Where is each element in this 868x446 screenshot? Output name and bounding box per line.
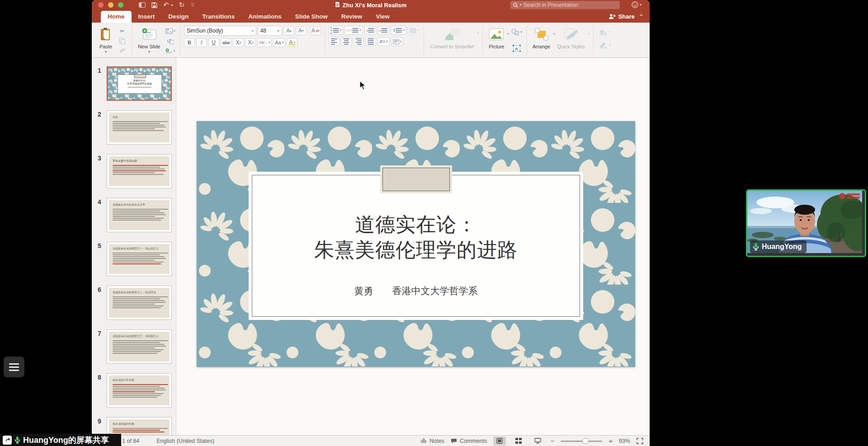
- notes-toggle[interactable]: Notes: [420, 438, 444, 444]
- shapes-icon[interactable]: ▾: [511, 28, 523, 36]
- columns-button[interactable]: ▾: [408, 26, 420, 35]
- justify-button[interactable]: [365, 37, 376, 46]
- slide-thumbnail-panel[interactable]: 1道德实在论:朱熹美德伦理学的进路2目录3事实命题与道德命题4道德实在论与反实在…: [92, 58, 176, 435]
- smartart-icon: [444, 27, 460, 42]
- mouse-cursor: [359, 80, 367, 90]
- bold-button[interactable]: B: [184, 38, 195, 47]
- arrange-icon: [535, 27, 548, 42]
- arrange-button[interactable]: Arrange: [530, 26, 552, 50]
- clear-formatting-button[interactable]: A: [310, 26, 321, 35]
- tab-home[interactable]: Home: [101, 11, 132, 23]
- slide-title-text[interactable]: 道德实在论： 朱熹美德伦理学的进路: [249, 212, 583, 263]
- line-spacing-button[interactable]: ⇕▾: [391, 26, 406, 35]
- slide-subtitle-text[interactable]: 黄勇 香港中文大学哲学系: [249, 285, 583, 297]
- quick-styles-button[interactable]: Quick Styles: [555, 26, 587, 50]
- font-name-select[interactable]: SimSun (Body)▾: [184, 26, 256, 36]
- slide-layout-icon[interactable]: ▾: [165, 27, 176, 35]
- new-slide-button[interactable]: New Slide ▾: [136, 26, 163, 56]
- increase-font-size-button[interactable]: A▴: [283, 26, 294, 35]
- thumbnail-preview[interactable]: 事实命题与道德命题: [107, 154, 172, 188]
- character-spacing-button[interactable]: AV↔▾: [257, 38, 272, 47]
- picture-button[interactable]: Picture: [486, 26, 506, 50]
- slide-thumbnail-2[interactable]: 2目录: [92, 110, 176, 145]
- tab-view[interactable]: View: [369, 11, 396, 23]
- tab-insert[interactable]: Insert: [132, 11, 162, 23]
- bullets-button[interactable]: ▾: [329, 26, 344, 35]
- zoom-annotation-button[interactable]: [4, 357, 24, 377]
- slide-thumbnail-7[interactable]: 7道德反实在论的类型之三：非客观主义: [92, 329, 176, 364]
- slide-canvas[interactable]: 道德实在论： 朱熹美德伦理学的进路 黄勇 香港中文大学哲学系: [197, 121, 635, 367]
- slide-thumbnail-8[interactable]: 8实在论的日常分类: [92, 373, 176, 408]
- slide-thumbnail-4[interactable]: 4道德实在论与反实在论之争: [92, 198, 176, 232]
- thumbnail-preview[interactable]: 目录: [107, 110, 172, 145]
- align-left-button[interactable]: [329, 37, 340, 46]
- shape-fill-icon[interactable]: ▾: [599, 28, 611, 36]
- tab-design[interactable]: Design: [161, 11, 195, 23]
- subscript-button[interactable]: X2: [245, 38, 256, 47]
- zoom-in-button[interactable]: +: [609, 437, 613, 445]
- thumbnail-preview[interactable]: 道德反实在论的类型之一：非认知主义: [107, 242, 172, 276]
- slide-thumbnail-9[interactable]: 9实在论的新的分类: [92, 417, 176, 435]
- thumbnail-preview[interactable]: 实在论的新的分类: [107, 417, 172, 435]
- comments-toggle[interactable]: Comments: [451, 438, 487, 444]
- paste-button[interactable]: Paste ▾: [97, 26, 114, 56]
- text-direction-button[interactable]: ⇵A▾: [377, 37, 390, 46]
- thumbnail-preview[interactable]: 道德实在论与反实在论之争: [107, 198, 172, 232]
- slide-sorter-view-button[interactable]: [512, 437, 525, 446]
- thumbnail-preview[interactable]: 道德实在论:朱熹美德伦理学的进路: [107, 66, 172, 101]
- increase-indent-button[interactable]: ▸: [377, 26, 389, 35]
- decorative-tab-shape[interactable]: [382, 168, 450, 191]
- normal-view-button[interactable]: [493, 437, 506, 446]
- tab-slide-show[interactable]: Slide Show: [288, 11, 335, 23]
- zoom-slider-thumb[interactable]: [582, 438, 589, 444]
- font-size-select[interactable]: 48▾: [258, 26, 282, 36]
- slide-thumbnail-6[interactable]: 6道德反实在论的类型之二：错误理论: [92, 286, 176, 320]
- tab-animations[interactable]: Animations: [241, 11, 288, 23]
- slide-thumbnail-3[interactable]: 3事实命题与道德命题: [92, 154, 176, 188]
- underline-button[interactable]: U: [208, 38, 219, 47]
- section-icon[interactable]: ▾: [165, 47, 176, 55]
- participant-video-tile[interactable]: HuangYong: [746, 189, 866, 257]
- collapse-ribbon-icon[interactable]: ⌃: [639, 14, 643, 19]
- reset-slide-icon[interactable]: ↺: [165, 37, 176, 45]
- thumbnail-content: 目录: [109, 113, 170, 142]
- title-placeholder[interactable]: 道德实在论： 朱熹美德伦理学的进路 黄勇 香港中文大学哲学系: [249, 172, 583, 320]
- text-box-icon[interactable]: A: [511, 44, 523, 52]
- align-text-button[interactable]: ▾: [391, 37, 404, 46]
- zoom-out-button[interactable]: −: [550, 437, 554, 445]
- format-painter-icon[interactable]: [116, 47, 128, 55]
- align-right-button[interactable]: [353, 37, 364, 46]
- superscript-button[interactable]: X2: [233, 38, 244, 47]
- thumbnail-preview[interactable]: 道德反实在论的类型之三：非客观主义: [107, 329, 172, 364]
- slide-thumbnail-1[interactable]: 1道德实在论:朱熹美德伦理学的进路: [92, 66, 176, 101]
- decrease-indent-button[interactable]: ◂: [364, 26, 376, 35]
- slide-thumbnail-5[interactable]: 5道德反实在论的类型之一：非认知主义: [92, 242, 176, 276]
- italic-button[interactable]: I: [196, 38, 207, 47]
- copy-icon[interactable]: [116, 37, 128, 45]
- tab-review[interactable]: Review: [335, 11, 369, 23]
- decrease-font-size-button[interactable]: A▾: [296, 26, 307, 35]
- cut-icon[interactable]: ✂: [116, 27, 128, 35]
- numbering-button[interactable]: 1 2 3▾: [344, 26, 363, 35]
- thumbnail-content: 道德反实在论的类型之二：错误理论: [109, 288, 170, 318]
- search-input[interactable]: ▾ Search in Presentation: [510, 1, 620, 9]
- search-scope-caret-icon[interactable]: ▾: [520, 3, 522, 7]
- shape-line-icon[interactable]: ▾: [599, 41, 611, 49]
- language-indicator[interactable]: English (United States): [156, 438, 214, 444]
- svg-text:A: A: [515, 46, 518, 51]
- slideshow-view-button[interactable]: [531, 437, 544, 446]
- change-case-button[interactable]: Aa▾: [273, 38, 285, 47]
- tab-transitions[interactable]: Transitions: [195, 11, 241, 23]
- share-button[interactable]: Share: [609, 13, 635, 20]
- feedback-smiley-icon[interactable]: ▾: [632, 1, 642, 8]
- align-center-button[interactable]: [341, 37, 352, 46]
- zoom-slider[interactable]: [561, 438, 602, 444]
- thumbnail-preview[interactable]: 道德反实在论的类型之二：错误理论: [107, 286, 172, 320]
- fit-slide-to-window-icon[interactable]: [637, 438, 643, 444]
- zoom-percentage[interactable]: 93%: [619, 438, 630, 444]
- font-color-button[interactable]: A▾: [287, 38, 297, 47]
- strikethrough-button[interactable]: abe: [221, 38, 232, 47]
- convert-to-smartart-button[interactable]: Convert to SmartArt: [428, 26, 476, 50]
- slides-group: New Slide ▾ ▾ ↺ ▾: [133, 25, 179, 56]
- thumbnail-preview[interactable]: 实在论的日常分类: [107, 373, 172, 408]
